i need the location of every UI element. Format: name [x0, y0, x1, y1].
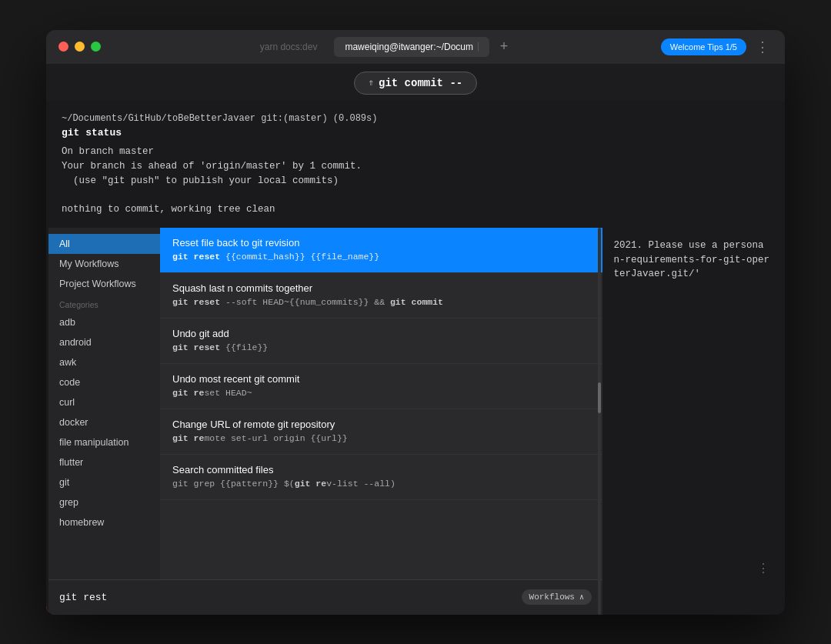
workflows-badge-label: Workflows: [529, 592, 575, 602]
code-normal-2: --soft HEAD~{{num_commits}} &&: [225, 297, 390, 307]
workflows-badge[interactable]: Workflows ∧: [522, 589, 592, 605]
terminal-output: On branch master Your branch is ahead of…: [62, 145, 769, 217]
sidebar-item-my-workflows[interactable]: My Workflows: [48, 254, 160, 274]
sidebar-item-curl[interactable]: curl: [48, 392, 160, 412]
sidebar-item-all[interactable]: All: [48, 234, 160, 254]
arrow-icon: ⇑: [369, 77, 374, 88]
sidebar-item-file-manipulation[interactable]: file manipulation: [48, 432, 160, 452]
code-normal-6b: v-list --all): [326, 479, 395, 489]
command-title-2: Squash last n commits together: [172, 282, 590, 294]
right-line-3: terJavaer.git/': [613, 267, 769, 282]
command-pill-label: git commit --: [379, 77, 462, 89]
command-title-6: Search committed files: [172, 464, 590, 475]
workflow-sidebar: All My Workflows Project Workflows Categ…: [48, 228, 160, 579]
tab-area: yarn docs:dev maweiqing@itwanger:~/Docum…: [101, 37, 661, 57]
tab-add-button[interactable]: +: [496, 38, 512, 55]
command-code-1: git reset {{commit_hash}} {{file_name}}: [172, 251, 590, 263]
command-code-3: git reset {{file}}: [172, 342, 590, 354]
terminal-command-top: git status: [62, 125, 769, 141]
output-line-4: [62, 188, 769, 202]
code-normal: {{commit_hash}} {{file_name}}: [225, 252, 379, 262]
command-item-squash[interactable]: Squash last n commits together git reset…: [160, 273, 602, 319]
workflow-commands: Reset file back to git revision git rese…: [160, 228, 602, 579]
terminal-prompt-top: ~/Documents/GitHub/toBeBetterJavaer git:…: [62, 112, 769, 125]
sidebar-item-grep[interactable]: grep: [48, 492, 160, 512]
scrollbar[interactable]: [598, 228, 601, 615]
code-keyword-2: git reset: [172, 297, 220, 307]
welcome-tips-button[interactable]: Welcome Tips 1/5: [661, 38, 746, 55]
command-item-change-url[interactable]: Change URL of remote git repository git …: [160, 409, 602, 455]
close-button[interactable]: [58, 42, 68, 52]
command-code-6: git grep {{pattern}} $(git rev-list --al…: [172, 478, 590, 490]
command-title-1: Reset file back to git revision: [172, 237, 590, 249]
output-line-3: (use "git push" to publish your local co…: [62, 174, 769, 189]
code-normal-4: set HEAD~: [204, 388, 252, 398]
output-line-2: Your branch is ahead of 'origin/master' …: [62, 159, 769, 174]
sidebar-item-homebrew[interactable]: homebrew: [48, 512, 160, 532]
tab-maweiqing[interactable]: maweiqing@itwanger:~/Docum: [334, 37, 489, 57]
sidebar-item-code[interactable]: code: [48, 372, 160, 392]
code-keyword-3: git reset: [172, 342, 220, 352]
titlebar: yarn docs:dev maweiqing@itwanger:~/Docum…: [46, 30, 785, 64]
right-line-2: n-requirements-for-git-oper: [613, 253, 769, 268]
code-keyword-2b: git commit: [390, 297, 443, 307]
code-normal-3: {{file}}: [225, 342, 268, 352]
code-keyword: git reset: [172, 252, 220, 262]
traffic-lights: [58, 42, 101, 52]
workflow-footer: Workflows ∧: [48, 579, 602, 615]
command-item-reset-file[interactable]: Reset file back to git revision git rese…: [160, 228, 602, 273]
code-keyword-6: git re: [295, 479, 326, 489]
minimize-button[interactable]: [75, 42, 85, 52]
sidebar-item-flutter[interactable]: flutter: [48, 452, 160, 472]
code-normal-6a: git grep {{pattern}} $(: [172, 479, 295, 489]
command-title-3: Undo git add: [172, 328, 590, 339]
terminal-top: ~/Documents/GitHub/toBeBetterJavaer git:…: [46, 101, 785, 228]
sidebar-item-project-workflows[interactable]: Project Workflows: [48, 274, 160, 294]
command-code-2: git reset --soft HEAD~{{num_commits}} &&…: [172, 296, 590, 309]
scrollbar-thumb: [598, 382, 601, 413]
command-pill[interactable]: ⇑ git commit --: [354, 72, 477, 95]
bottom-section: ~/Documents/GitHub/toBeBetterJavaer git:…: [46, 228, 785, 615]
sidebar-section-categories: Categories: [48, 294, 160, 312]
terminal-bottom: ~/Documents/GitHub/toBeBetterJavaer git:…: [46, 228, 785, 615]
command-code-4: git reset HEAD~: [172, 387, 590, 399]
tab-yarn-docs[interactable]: yarn docs:dev: [249, 37, 329, 57]
maximize-button[interactable]: [91, 42, 101, 52]
command-header: ⇑ git commit --: [46, 64, 785, 101]
sidebar-item-docker[interactable]: docker: [48, 412, 160, 432]
output-line-1: On branch master: [62, 145, 769, 159]
workflow-search-input[interactable]: [59, 592, 522, 603]
code-keyword-5: git re: [172, 433, 204, 443]
workflow-panel: All My Workflows Project Workflows Categ…: [48, 228, 602, 615]
chevron-up-icon: ∧: [579, 592, 584, 602]
sidebar-item-awk[interactable]: awk: [48, 352, 160, 372]
output-line-5: nothing to commit, working tree clean: [62, 202, 769, 217]
right-line-1: 2021. Please use a persona: [613, 239, 769, 253]
terminal-window: yarn docs:dev maweiqing@itwanger:~/Docum…: [46, 30, 785, 615]
command-title-4: Undo most recent git commit: [172, 373, 590, 385]
more-options-button[interactable]: ⋮: [753, 38, 773, 55]
command-item-search-committed[interactable]: Search committed files git grep {{patter…: [160, 455, 602, 500]
ellipsis-menu[interactable]: ⋮: [757, 561, 769, 576]
sidebar-item-android[interactable]: android: [48, 332, 160, 352]
sidebar-item-git[interactable]: git: [48, 472, 160, 492]
command-item-undo-add[interactable]: Undo git add git reset {{file}}: [160, 319, 602, 364]
command-title-5: Change URL of remote git repository: [172, 419, 590, 430]
workflow-main: All My Workflows Project Workflows Categ…: [48, 228, 602, 579]
command-code-5: git remote set-url origin {{url}}: [172, 432, 590, 445]
command-item-undo-commit[interactable]: Undo most recent git commit git reset HE…: [160, 364, 602, 409]
code-normal-5: mote set-url origin {{url}}: [204, 433, 347, 443]
sidebar-item-adb[interactable]: adb: [48, 312, 160, 332]
terminal-right-output: 2021. Please use a persona n-requirement…: [613, 228, 769, 282]
code-keyword-4: git re: [172, 388, 204, 398]
